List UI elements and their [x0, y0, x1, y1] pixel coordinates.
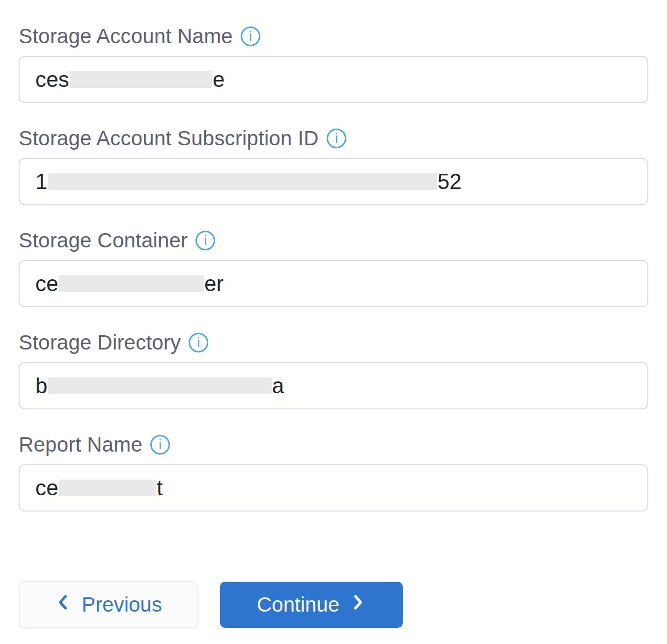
field-label: Report Name	[19, 433, 142, 456]
continue-button-label: Continue	[257, 593, 339, 617]
chevron-left-icon	[55, 593, 71, 617]
field-label: Storage Container	[19, 229, 188, 252]
continue-button[interactable]: Continue	[220, 582, 403, 628]
info-icon[interactable]: i	[189, 333, 208, 352]
form-page: Storage Account Name i cese Storage Acco…	[0, 0, 667, 644]
input-value-prefix: b	[35, 374, 48, 398]
field-label-row: Storage Account Name i	[19, 25, 648, 48]
storage-directory-input[interactable]: ba	[19, 362, 648, 409]
field-label-row: Storage Container i	[19, 229, 648, 252]
input-value-prefix: ce	[35, 271, 58, 296]
input-value-suffix: t	[157, 476, 163, 500]
field-label: Storage Directory	[19, 331, 181, 354]
report-name-input[interactable]: cet	[19, 464, 648, 511]
info-icon[interactable]: i	[327, 129, 346, 148]
subscription-id-input[interactable]: 152	[19, 158, 648, 205]
field-label-row: Report Name i	[19, 433, 648, 456]
field-label: Storage Account Name	[19, 25, 233, 48]
chevron-right-icon	[350, 593, 366, 617]
input-value-prefix: ce	[35, 476, 58, 500]
input-value-suffix: e	[213, 67, 225, 92]
input-value-prefix: 1	[35, 169, 48, 194]
previous-button[interactable]: Previous	[19, 581, 198, 628]
field-storage-container: Storage Container i ceer	[19, 229, 648, 307]
info-icon[interactable]: i	[150, 435, 170, 455]
storage-container-input[interactable]: ceer	[19, 260, 648, 307]
field-storage-account-name: Storage Account Name i cese	[19, 25, 648, 103]
field-label-row: Storage Directory i	[19, 331, 648, 354]
field-storage-account-subscription-id: Storage Account Subscription ID i 152	[19, 127, 648, 205]
redacted-text	[48, 173, 437, 190]
storage-account-name-input[interactable]: cese	[19, 56, 648, 103]
redacted-text	[48, 377, 272, 394]
input-value-prefix: ces	[35, 67, 69, 92]
info-icon[interactable]: i	[241, 27, 260, 46]
input-value-suffix: 52	[438, 169, 462, 194]
field-label-row: Storage Account Subscription ID i	[19, 127, 648, 150]
redacted-text	[59, 275, 204, 292]
previous-button-label: Previous	[82, 593, 162, 617]
wizard-actions: Previous Continue	[19, 581, 648, 628]
info-icon[interactable]: i	[195, 231, 215, 250]
field-storage-directory: Storage Directory i ba	[19, 331, 648, 409]
input-value-suffix: a	[272, 374, 284, 398]
input-value-suffix: er	[204, 271, 224, 296]
field-report-name: Report Name i cet	[19, 433, 648, 511]
field-label: Storage Account Subscription ID	[19, 127, 319, 150]
redacted-text	[59, 480, 156, 496]
redacted-text	[70, 71, 212, 88]
